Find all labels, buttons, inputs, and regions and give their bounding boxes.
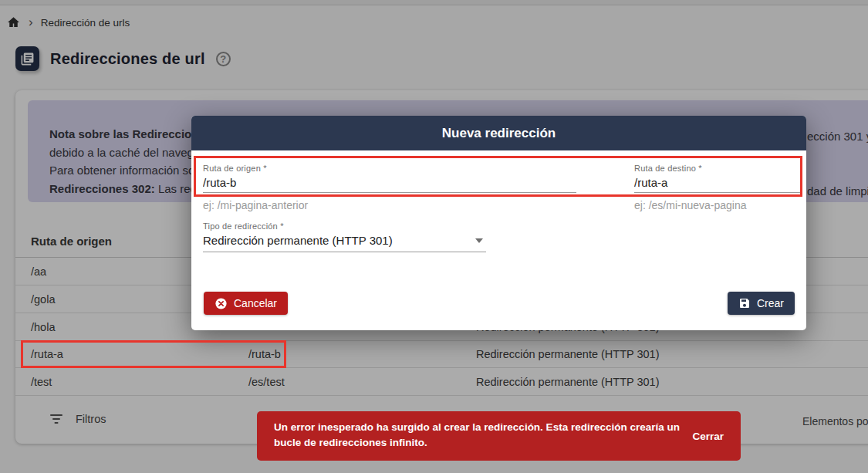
origin-input[interactable] (203, 176, 576, 193)
new-redirect-modal: Nueva redirección Ruta de origen * ej: /… (191, 116, 806, 330)
origin-hint: ej: /mi-pagina-anterior (203, 199, 308, 211)
destination-hint: ej: /es/mi-nueva-pagina (634, 199, 747, 211)
error-toast: Un error inesperado ha surgido al crear … (257, 411, 741, 461)
create-button-label: Crear (757, 297, 784, 309)
chevron-down-icon (475, 238, 483, 243)
cancel-circle-icon (214, 297, 228, 310)
modal-title: Nueva redirección (191, 116, 806, 150)
error-toast-message: Un error inesperado ha surgido al crear … (274, 420, 683, 451)
cancel-button-label: Cancelar (234, 297, 277, 309)
create-button[interactable]: Crear (728, 292, 795, 315)
type-label: Tipo de redirección * (203, 221, 284, 231)
cancel-button[interactable]: Cancelar (204, 292, 288, 315)
origin-label: Ruta de origen * (203, 164, 267, 173)
destination-label: Ruta de destino * (634, 164, 702, 173)
type-select-value: Redirección permanente (HTTP 301) (203, 234, 393, 247)
destination-input[interactable] (634, 176, 800, 193)
toast-close-button[interactable]: Cerrar (692, 431, 724, 442)
type-select[interactable]: Redirección permanente (HTTP 301) (203, 234, 486, 252)
save-icon (738, 297, 751, 309)
